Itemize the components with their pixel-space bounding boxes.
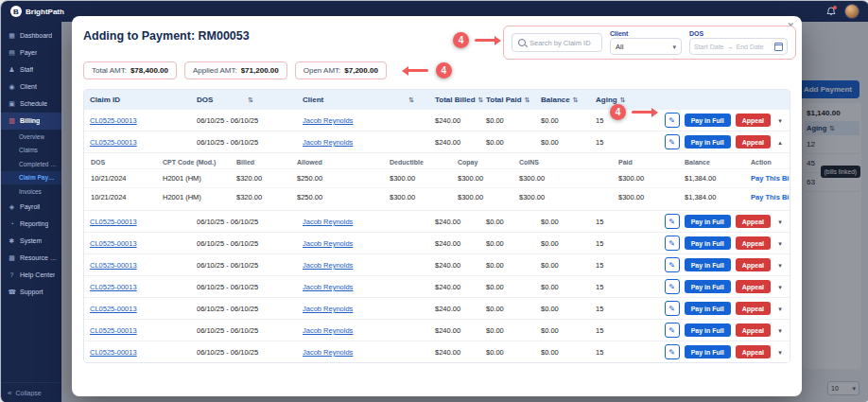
sort-icon[interactable]: [248, 96, 253, 104]
sidebar-item-overview[interactable]: Overview: [1, 130, 61, 143]
client-filter-select[interactable]: All: [610, 38, 682, 55]
appeal-button[interactable]: Appeal: [736, 114, 771, 127]
row-actions: Pay in Full Appeal: [651, 236, 790, 251]
sidebar-item-payer[interactable]: ▤ Payer: [1, 44, 61, 61]
bill-cell: $250.00: [295, 188, 388, 206]
sidebar-item-billing[interactable]: ▥ Billing: [1, 113, 61, 130]
sort-icon[interactable]: [573, 96, 579, 104]
sidebar-item-resource-center[interactable]: ▩ Resource Center: [1, 250, 61, 267]
sidebar-item-claims[interactable]: Claims: [1, 144, 61, 157]
pay-in-full-button[interactable]: Pay in Full: [685, 215, 731, 228]
pay-in-full-button[interactable]: Pay in Full: [685, 114, 731, 127]
pay-this-bill-link[interactable]: Pay This Bill: [749, 169, 790, 187]
claim-id-link[interactable]: CL0525-00013: [84, 283, 191, 291]
edit-claim-button[interactable]: [665, 134, 680, 149]
pay-in-full-button[interactable]: Pay in Full: [685, 280, 731, 293]
summary-chips: Total AMT: $78,400.00 Applied AMT: $71,2…: [83, 61, 790, 79]
client-link[interactable]: Jacob Reynolds: [297, 239, 429, 248]
sidebar-item-help-center[interactable]: ? Help Center: [1, 267, 61, 284]
edit-claim-button[interactable]: [665, 323, 680, 338]
sidebar-item-invoices[interactable]: Invoices: [1, 184, 61, 198]
total-billed-cell: $240.00: [429, 305, 480, 313]
claim-row: CL0525-00013 06/10/25 - 06/10/25 Jacob R…: [84, 210, 790, 232]
user-avatar[interactable]: [844, 4, 859, 19]
filter-box: Search by Claim ID Client All DOS Start …: [503, 26, 796, 60]
pay-in-full-button[interactable]: Pay in Full: [685, 236, 731, 250]
claim-id-link[interactable]: CL0525-00013: [84, 326, 191, 335]
appeal-button[interactable]: Appeal: [736, 215, 771, 228]
row-expand-chevron-icon[interactable]: [775, 239, 785, 248]
dos-cell: 06/10/25 - 06/10/25: [191, 348, 297, 357]
client-link[interactable]: Jacob Reynolds: [297, 138, 429, 147]
dos-date-range-picker[interactable]: Start Date End Date: [689, 38, 788, 55]
client-link[interactable]: Jacob Reynolds: [297, 218, 429, 226]
sidebar-item-payroll[interactable]: ◈ Payroll: [1, 199, 61, 216]
bill-cell: $300.00: [388, 169, 456, 187]
client-link[interactable]: Jacob Reynolds: [297, 305, 429, 313]
sidebar-item-reporting[interactable]: ◔ Reporting: [1, 216, 61, 233]
edit-claim-button[interactable]: [665, 257, 680, 272]
claim-id-link[interactable]: CL0525-00013: [84, 116, 191, 125]
row-expand-chevron-icon[interactable]: [775, 218, 785, 226]
sidebar-item-schedule[interactable]: ▣ Schedule: [1, 96, 61, 113]
client-link[interactable]: Jacob Reynolds: [297, 283, 429, 291]
row-expand-chevron-icon[interactable]: [775, 283, 785, 291]
sidebar-item-system[interactable]: ✱ System: [1, 233, 61, 250]
sort-icon[interactable]: [525, 96, 530, 104]
appeal-button[interactable]: Appeal: [736, 302, 771, 315]
sort-icon[interactable]: [408, 96, 414, 104]
row-expand-chevron-icon[interactable]: [775, 116, 785, 125]
appeal-button[interactable]: Appeal: [736, 280, 771, 293]
claim-id-link[interactable]: CL0525-00013: [84, 218, 191, 226]
edit-claim-button[interactable]: [665, 214, 680, 229]
appeal-button[interactable]: Appeal: [736, 258, 771, 271]
row-expand-chevron-icon[interactable]: [775, 138, 785, 147]
client-link[interactable]: Jacob Reynolds: [297, 348, 429, 357]
sidebar-item-dashboard[interactable]: ▦ Dashboard: [1, 27, 61, 44]
row-expand-chevron-icon[interactable]: [775, 261, 785, 270]
appeal-button[interactable]: Appeal: [736, 135, 771, 149]
pay-in-full-button[interactable]: Pay in Full: [685, 258, 731, 271]
appeal-button[interactable]: Appeal: [736, 323, 771, 337]
pencil-icon: [668, 326, 675, 335]
claim-id-link[interactable]: CL0525-00013: [84, 348, 191, 357]
claim-id-link[interactable]: CL0525-00013: [84, 261, 191, 270]
edit-claim-button[interactable]: [665, 236, 680, 251]
claim-id-link[interactable]: CL0525-00013: [84, 239, 191, 248]
pay-in-full-button[interactable]: Pay in Full: [685, 323, 731, 337]
pay-this-bill-link[interactable]: Pay This Bill: [749, 188, 790, 206]
pay-in-full-button[interactable]: Pay in Full: [685, 302, 731, 315]
sidebar-item-completed-claims[interactable]: Completed Claims: [1, 157, 61, 170]
brand[interactable]: B BrightPath: [10, 6, 64, 17]
client-link[interactable]: Jacob Reynolds: [297, 261, 429, 270]
claim-search-input[interactable]: Search by Claim ID: [512, 33, 602, 52]
pay-in-full-button[interactable]: Pay in Full: [685, 135, 731, 149]
notifications-bell-icon[interactable]: [825, 7, 836, 17]
row-expand-chevron-icon[interactable]: [775, 348, 785, 357]
expanded-claim-details: DOSCPT Code (Mod.)BilledAllowedDeductibl…: [84, 152, 790, 210]
edit-claim-button[interactable]: [665, 301, 680, 316]
edit-claim-button[interactable]: [665, 279, 680, 294]
row-expand-chevron-icon[interactable]: [775, 305, 785, 313]
sidebar-item-client[interactable]: ◉ Client: [1, 79, 61, 96]
client-link[interactable]: Jacob Reynolds: [297, 116, 429, 125]
sidebar-item-claim-payments[interactable]: Claim Payments: [1, 171, 61, 184]
step-badge: 4: [610, 104, 626, 120]
sidebar-collapse[interactable]: Collapse: [1, 382, 61, 402]
edit-claim-button[interactable]: [665, 344, 680, 359]
appeal-button[interactable]: Appeal: [736, 345, 771, 358]
row-expand-chevron-icon[interactable]: [775, 326, 785, 335]
sort-icon[interactable]: [620, 96, 626, 104]
aging-cell: 15: [590, 261, 651, 270]
edit-claim-button[interactable]: [665, 113, 680, 128]
sidebar-item-staff[interactable]: ♟ Staff: [1, 61, 61, 79]
pay-in-full-button[interactable]: Pay in Full: [685, 345, 731, 358]
claim-id-link[interactable]: CL0525-00013: [84, 305, 191, 313]
claim-id-link[interactable]: CL0525-00013: [84, 138, 191, 147]
client-link[interactable]: Jacob Reynolds: [297, 326, 429, 335]
appeal-button[interactable]: Appeal: [736, 236, 771, 250]
sidebar-item-support[interactable]: ☎ Support: [1, 284, 61, 301]
applied-amt-chip: Applied AMT: $71,200.00: [184, 61, 287, 79]
total-paid-cell: $0.00: [480, 218, 535, 226]
chip-label: Total AMT:: [92, 66, 127, 75]
